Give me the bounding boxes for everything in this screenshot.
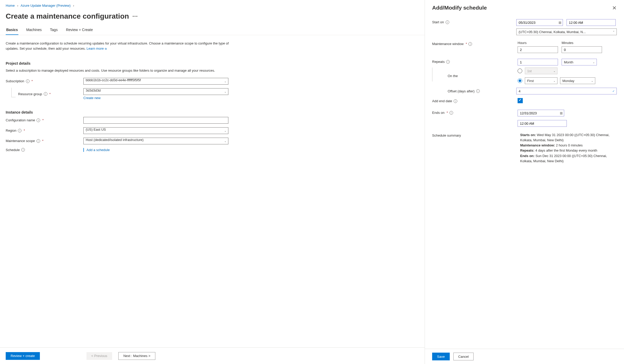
ends-on-label: Ends on * i (432, 110, 518, 115)
more-icon[interactable]: ••• (133, 14, 138, 18)
info-icon[interactable]: i (468, 42, 472, 46)
add-end-date-label: Add end date i (432, 98, 518, 103)
breadcrumb-sep: › (71, 4, 76, 8)
next-button[interactable]: Next : Machines > (118, 352, 155, 360)
review-create-button[interactable]: Review + create (6, 352, 40, 360)
ordinal-select[interactable]: First (525, 77, 557, 84)
timezone-select[interactable]: (UTC+05:30) Chennai, Kolkata, Mumbai, N.… (516, 28, 617, 35)
breadcrumb-sep: › (16, 4, 20, 8)
save-button[interactable]: Save (432, 353, 450, 360)
minutes-input[interactable] (562, 46, 602, 53)
offset-label: Offset (days after) i (435, 89, 516, 93)
end-time-input[interactable] (518, 120, 567, 127)
weekday-select[interactable]: Monday (560, 77, 595, 84)
offset-select[interactable]: 4 (516, 88, 617, 94)
subscription-select[interactable]: bbbb1b1b-cc2c-dd3d-ee4e-ffffff5f5f5f (83, 78, 228, 85)
scope-select[interactable]: Host (dedicated/isolated infrastructure) (83, 138, 228, 144)
schedule-panel: Add/Modify schedule ✕ Start on i ▦ (UTC+… (425, 0, 624, 364)
create-new-link[interactable]: Create new (83, 96, 228, 100)
info-icon[interactable]: i (37, 139, 40, 143)
breadcrumb-home[interactable]: Home (6, 4, 15, 8)
info-icon[interactable]: i (18, 129, 21, 132)
start-on-label: Start on i (432, 19, 516, 24)
scope-label: Maintenance scope i * (6, 139, 83, 143)
breadcrumb-update-manager[interactable]: Azure Update Manager (Preview) (21, 4, 71, 8)
config-name-label: Configuration name i * (6, 118, 83, 122)
minutes-label: Minutes (562, 41, 602, 45)
panel-title: Add/Modify schedule (432, 5, 487, 11)
info-icon[interactable]: i (26, 79, 30, 83)
region-select[interactable]: (US) East US (83, 127, 228, 134)
info-icon[interactable]: i (37, 118, 40, 122)
on-the-label: On the (435, 74, 518, 78)
add-schedule-link[interactable]: Add a schedule (86, 148, 110, 152)
start-time-input[interactable] (567, 19, 616, 26)
previous-button: < Previous (86, 352, 112, 360)
config-name-input[interactable] (83, 117, 228, 124)
repeats-number-input[interactable] (518, 59, 558, 65)
resource-group-select[interactable]: 3d3d3d3d (83, 88, 228, 95)
panel-footer: Save Cancel (425, 349, 624, 364)
resource-group-label: Resource group i * (18, 92, 83, 96)
external-icon: ⧉ (104, 47, 107, 50)
learn-more-link[interactable]: Learn more ⧉ (86, 47, 107, 50)
tab-machines[interactable]: Machines (26, 26, 42, 35)
info-icon[interactable]: i (446, 20, 449, 24)
info-icon[interactable]: i (454, 99, 457, 103)
schedule-summary: Starts on: Wed May 31 2023 00:00 ((UTC+0… (518, 132, 617, 164)
info-icon[interactable]: i (44, 92, 47, 96)
hours-input[interactable] (518, 46, 558, 53)
schedule-label: Schedule i (6, 148, 83, 152)
project-details-heading: Project details (6, 61, 233, 65)
schedule-summary-label: Schedule summary (432, 132, 518, 137)
region-label: Region i * (6, 129, 83, 132)
instance-details-heading: Instance details (6, 110, 233, 114)
page-title: Create a maintenance configuration (6, 12, 129, 20)
info-icon[interactable]: i (476, 89, 480, 93)
cancel-button[interactable]: Cancel (453, 353, 474, 360)
info-icon[interactable]: i (446, 60, 450, 64)
maintenance-window-label: Maintenance window * i (432, 41, 518, 46)
on-the-daynum-radio[interactable] (518, 69, 522, 73)
tab-basics[interactable]: Basics (6, 26, 18, 35)
on-the-weekday-radio[interactable] (518, 78, 522, 83)
add-end-date-checkbox[interactable] (518, 98, 523, 103)
repeats-unit-select[interactable]: Month (562, 59, 597, 65)
tab-review-create[interactable]: Review + Create (66, 26, 93, 35)
subscription-label: Subscription i * (6, 79, 83, 83)
close-icon[interactable]: ✕ (612, 5, 617, 11)
end-date-input[interactable] (518, 110, 564, 116)
start-date-input[interactable] (516, 19, 563, 26)
page-description: Create a maintenance configuration to sc… (6, 41, 233, 51)
day-number-select: 1st (525, 68, 557, 74)
info-icon[interactable]: i (449, 111, 453, 115)
info-icon[interactable]: i (21, 148, 25, 152)
hours-label: Hours (518, 41, 558, 45)
desc-text: Create a maintenance configuration to sc… (6, 41, 229, 50)
repeats-label: Repeats i (432, 59, 518, 64)
project-details-desc: Select a subscription to manage deployed… (6, 68, 233, 73)
tab-tags[interactable]: Tags (49, 26, 58, 35)
